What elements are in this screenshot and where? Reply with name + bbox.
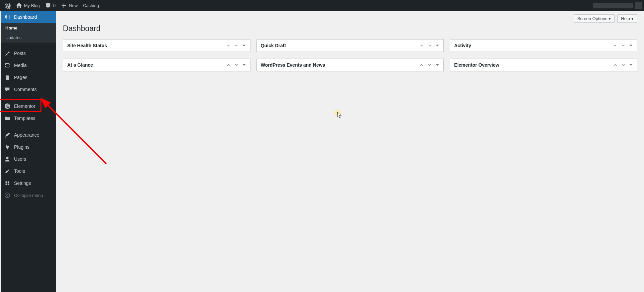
adminbar-wp-logo[interactable]	[2, 0, 13, 11]
metabox-columns: Site Health Status At a Glance	[63, 39, 637, 71]
metabox-col-3: Activity Elementor Overview	[450, 39, 637, 71]
home-icon	[16, 3, 22, 9]
metabox-title: Activity	[454, 43, 613, 48]
metabox-title: Quick Draft	[261, 43, 420, 48]
adminbar-avatar-blurred	[635, 2, 642, 9]
screen-options-button[interactable]: Screen Options ▾	[574, 14, 615, 23]
triangle-down-icon[interactable]	[435, 44, 439, 48]
menu-posts-label: Posts	[14, 51, 26, 56]
admin-bar: My Blog 0 New Caching	[0, 0, 644, 11]
menu-dashboard[interactable]: Dashboard	[1, 11, 56, 23]
menu-arrow-pointer	[56, 14, 59, 20]
chevron-down-icon: ▾	[631, 16, 634, 21]
chevron-down-icon[interactable]	[621, 43, 626, 48]
menu-media[interactable]: Media	[1, 59, 56, 71]
metabox-activity: Activity	[450, 39, 637, 52]
chevron-up-icon[interactable]	[226, 63, 231, 67]
menu-media-label: Media	[14, 63, 27, 68]
metabox-col-1: Site Health Status At a Glance	[63, 39, 250, 71]
metabox-at-a-glance: At a Glance	[63, 59, 250, 71]
dashboard-icon	[4, 14, 11, 20]
screen-options-label: Screen Options	[577, 16, 608, 21]
adminbar-comments-count: 0	[53, 3, 56, 8]
metabox-title: Elementor Overview	[454, 62, 613, 68]
help-label: Help	[621, 16, 630, 21]
chevron-up-icon[interactable]	[419, 63, 424, 67]
metabox-controls	[419, 63, 439, 67]
metabox-header[interactable]: Elementor Overview	[450, 59, 637, 71]
submenu-dashboard: Home Updates	[1, 23, 56, 43]
triangle-down-icon[interactable]	[629, 44, 633, 48]
metabox-header[interactable]: Activity	[450, 40, 637, 52]
adminbar-username-blurred	[593, 3, 633, 8]
plus-icon	[61, 3, 67, 9]
triangle-down-icon[interactable]	[629, 63, 633, 67]
metabox-title: At a Glance	[67, 62, 226, 68]
metabox-header[interactable]: Quick Draft	[257, 40, 444, 52]
chevron-down-icon[interactable]	[234, 63, 239, 67]
metabox-quick-draft: Quick Draft	[256, 39, 444, 52]
comment-icon	[45, 3, 51, 9]
metabox-header[interactable]: Site Health Status	[63, 40, 250, 52]
submenu-updates[interactable]: Updates	[1, 33, 56, 43]
menu-pages-label: Pages	[14, 75, 27, 80]
metabox-title: WordPress Events and News	[261, 62, 420, 68]
adminbar-new-label: New	[69, 3, 78, 8]
chevron-up-icon[interactable]	[419, 43, 424, 48]
screen-options-row: Screen Options ▾ Help ▾	[63, 11, 637, 23]
triangle-down-icon[interactable]	[242, 63, 246, 67]
wordpress-logo-icon	[5, 3, 11, 9]
main-content: Screen Options ▾ Help ▾ Dashboard Site H…	[56, 11, 644, 85]
chevron-up-icon[interactable]	[613, 43, 618, 48]
chevron-down-icon[interactable]	[234, 43, 239, 48]
menu-posts[interactable]: Posts	[1, 47, 56, 59]
adminbar-site-label: My Blog	[24, 3, 40, 8]
admin-sidebar: Dashboard Home Updates Posts Media Pages…	[1, 11, 56, 85]
chevron-down-icon[interactable]	[621, 63, 626, 67]
metabox-wp-events: WordPress Events and News	[256, 59, 444, 71]
metabox-header[interactable]: WordPress Events and News	[257, 59, 444, 71]
metabox-elementor-overview: Elementor Overview	[450, 59, 637, 71]
menu-separator	[1, 43, 56, 47]
chevron-down-icon[interactable]	[427, 63, 432, 67]
page-icon	[4, 74, 11, 81]
adminbar-caching-label: Caching	[83, 3, 99, 8]
metabox-header[interactable]: At a Glance	[63, 59, 250, 71]
metabox-controls	[613, 63, 633, 67]
metabox-controls	[226, 63, 246, 67]
adminbar-new[interactable]: New	[58, 0, 80, 11]
metabox-controls	[613, 43, 633, 48]
media-icon	[4, 62, 11, 69]
chevron-down-icon: ▾	[609, 16, 611, 21]
metabox-controls	[226, 43, 246, 48]
submenu-home[interactable]: Home	[1, 23, 56, 33]
metabox-title: Site Health Status	[67, 43, 226, 48]
help-button[interactable]: Help ▾	[617, 14, 637, 23]
menu-dashboard-label: Dashboard	[14, 14, 37, 20]
metabox-controls	[419, 43, 439, 48]
adminbar-site-name[interactable]: My Blog	[13, 0, 42, 11]
chevron-up-icon[interactable]	[613, 63, 618, 67]
adminbar-caching[interactable]: Caching	[80, 0, 102, 11]
adminbar-comments[interactable]: 0	[42, 0, 58, 11]
metabox-col-2: Quick Draft WordPress Events and News	[256, 39, 444, 71]
page-title: Dashboard	[63, 24, 637, 33]
menu-comments[interactable]: Comments	[1, 83, 56, 85]
metabox-site-health: Site Health Status	[63, 39, 250, 52]
chevron-up-icon[interactable]	[226, 43, 231, 48]
pin-icon	[4, 50, 11, 57]
chevron-down-icon[interactable]	[427, 43, 432, 48]
triangle-down-icon[interactable]	[435, 63, 439, 67]
triangle-down-icon[interactable]	[242, 44, 246, 48]
adminbar-account[interactable]	[593, 2, 642, 9]
menu-pages[interactable]: Pages	[1, 71, 56, 83]
